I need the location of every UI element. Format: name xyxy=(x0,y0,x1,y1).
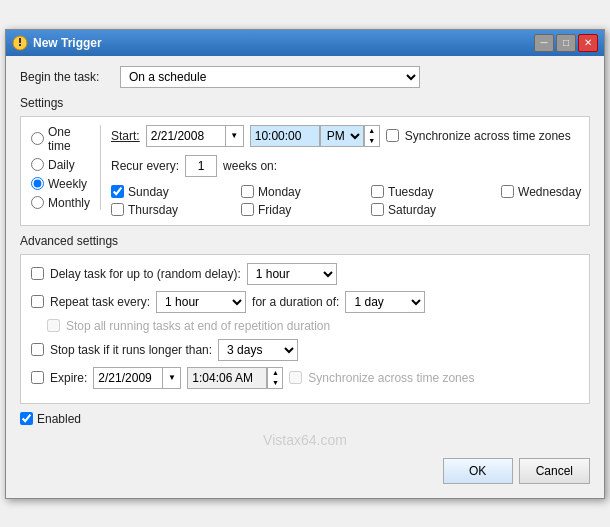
day-sunday[interactable]: Sunday xyxy=(111,185,241,199)
day-sunday-checkbox[interactable] xyxy=(111,185,124,198)
stop-running-checkbox[interactable] xyxy=(47,319,60,332)
day-tuesday-label: Tuesday xyxy=(388,185,434,199)
settings-right: Start: ▼ PM AM ▲ ▼ xyxy=(111,125,610,217)
radio-monthly-input[interactable] xyxy=(31,196,44,209)
radio-weekly-input[interactable] xyxy=(31,177,44,190)
expire-sync-checkbox[interactable] xyxy=(289,371,302,384)
day-thursday[interactable]: Thursday xyxy=(111,203,241,217)
radio-onetime-label: One time xyxy=(48,125,90,153)
enabled-row: Enabled xyxy=(20,412,590,426)
expire-time-spinner: ▲ ▼ xyxy=(267,367,283,389)
day-saturday-label: Saturday xyxy=(388,203,436,217)
repeat-select[interactable]: 1 hour 30 minutes 5 minutes xyxy=(156,291,246,313)
radio-onetime-input[interactable] xyxy=(31,132,44,145)
start-label: Start: xyxy=(111,129,140,143)
enabled-checkbox[interactable] xyxy=(20,412,33,425)
settings-section-label: Settings xyxy=(20,96,590,110)
recur-suffix: weeks on: xyxy=(223,159,277,173)
radio-monthly-label: Monthly xyxy=(48,196,90,210)
stop-running-label: Stop all running tasks at end of repetit… xyxy=(66,319,330,333)
days-grid: Sunday Monday Tuesday Wednesday xyxy=(111,185,610,217)
day-saturday-checkbox[interactable] xyxy=(371,203,384,216)
time-up-button[interactable]: ▲ xyxy=(365,126,379,136)
duration-label: for a duration of: xyxy=(252,295,339,309)
stop-running-row: Stop all running tasks at end of repetit… xyxy=(31,319,579,333)
start-time-input[interactable] xyxy=(250,125,320,147)
radio-weekly[interactable]: Weekly xyxy=(31,177,90,191)
titlebar-left: New Trigger xyxy=(12,35,102,51)
begin-select[interactable]: On a schedule At log on At startup On id… xyxy=(120,66,420,88)
sync-timezone-checkbox[interactable] xyxy=(386,129,399,142)
delay-checkbox[interactable] xyxy=(31,267,44,280)
day-monday-checkbox[interactable] xyxy=(241,185,254,198)
radio-daily[interactable]: Daily xyxy=(31,158,90,172)
day-sunday-label: Sunday xyxy=(128,185,169,199)
window-title: New Trigger xyxy=(33,36,102,50)
maximize-button[interactable]: □ xyxy=(556,34,576,52)
day-tuesday-checkbox[interactable] xyxy=(371,185,384,198)
start-row: Start: ▼ PM AM ▲ ▼ xyxy=(111,125,610,147)
start-ampm-select[interactable]: PM AM xyxy=(320,125,364,147)
sync-timezone-label: Synchronize across time zones xyxy=(405,129,571,143)
radio-daily-input[interactable] xyxy=(31,158,44,171)
close-button[interactable]: ✕ xyxy=(578,34,598,52)
day-wednesday-label: Wednesday xyxy=(518,185,581,199)
begin-label: Begin the task: xyxy=(20,70,120,84)
day-wednesday[interactable]: Wednesday xyxy=(501,185,610,199)
delay-row: Delay task for up to (random delay): 1 h… xyxy=(31,263,579,285)
radio-onetime[interactable]: One time xyxy=(31,125,90,153)
day-monday[interactable]: Monday xyxy=(241,185,371,199)
radio-monthly[interactable]: Monthly xyxy=(31,196,90,210)
stop-longer-checkbox[interactable] xyxy=(31,343,44,356)
delay-label: Delay task for up to (random delay): xyxy=(50,267,241,281)
titlebar-controls: ─ □ ✕ xyxy=(534,34,598,52)
day-wednesday-checkbox[interactable] xyxy=(501,185,514,198)
button-row: OK Cancel xyxy=(20,452,590,488)
stop-longer-select[interactable]: 3 days 1 hour 1 day xyxy=(218,339,298,361)
day-thursday-label: Thursday xyxy=(128,203,178,217)
radio-daily-label: Daily xyxy=(48,158,75,172)
ok-button[interactable]: OK xyxy=(443,458,513,484)
expire-row: Expire: ▼ ▲ ▼ Synchronize across time zo… xyxy=(31,367,579,389)
expire-time-down-button[interactable]: ▼ xyxy=(268,378,282,388)
advanced-section: Delay task for up to (random delay): 1 h… xyxy=(20,254,590,404)
expire-time-up-button[interactable]: ▲ xyxy=(268,368,282,378)
recur-input[interactable] xyxy=(185,155,217,177)
recur-row: Recur every: weeks on: xyxy=(111,155,610,177)
watermark: Vistax64.com xyxy=(20,432,590,448)
dialog-window: New Trigger ─ □ ✕ Begin the task: On a s… xyxy=(5,29,605,499)
repeat-checkbox[interactable] xyxy=(31,295,44,308)
repeat-row: Repeat task every: 1 hour 30 minutes 5 m… xyxy=(31,291,579,313)
cancel-button[interactable]: Cancel xyxy=(519,458,590,484)
enabled-label: Enabled xyxy=(37,412,81,426)
time-down-button[interactable]: ▼ xyxy=(365,136,379,146)
stop-longer-label: Stop task if it runs longer than: xyxy=(50,343,212,357)
start-date-group: ▼ xyxy=(146,125,244,147)
expire-sync-label: Synchronize across time zones xyxy=(308,371,474,385)
stop-longer-row: Stop task if it runs longer than: 3 days… xyxy=(31,339,579,361)
delay-select[interactable]: 1 hour 30 minutes 1 day xyxy=(247,263,337,285)
day-saturday[interactable]: Saturday xyxy=(371,203,501,217)
begin-row: Begin the task: On a schedule At log on … xyxy=(20,66,590,88)
expire-time-input[interactable] xyxy=(187,367,267,389)
duration-select[interactable]: 1 day 30 minutes 1 hour xyxy=(345,291,425,313)
day-friday-checkbox[interactable] xyxy=(241,203,254,216)
expire-date-input[interactable] xyxy=(93,367,163,389)
expire-time-group: ▲ ▼ xyxy=(187,367,283,389)
svg-rect-1 xyxy=(19,38,21,43)
day-friday-label: Friday xyxy=(258,203,291,217)
advanced-section-label: Advanced settings xyxy=(20,234,590,248)
expire-date-picker-button[interactable]: ▼ xyxy=(163,367,181,389)
day-tuesday[interactable]: Tuesday xyxy=(371,185,501,199)
day-thursday-checkbox[interactable] xyxy=(111,203,124,216)
day-friday[interactable]: Friday xyxy=(241,203,371,217)
minimize-button[interactable]: ─ xyxy=(534,34,554,52)
start-date-input[interactable] xyxy=(146,125,226,147)
repeat-label: Repeat task every: xyxy=(50,295,150,309)
expire-date-group: ▼ xyxy=(93,367,181,389)
day-monday-label: Monday xyxy=(258,185,301,199)
radio-weekly-label: Weekly xyxy=(48,177,87,191)
start-date-picker-button[interactable]: ▼ xyxy=(226,125,244,147)
expire-label: Expire: xyxy=(50,371,87,385)
expire-checkbox[interactable] xyxy=(31,371,44,384)
